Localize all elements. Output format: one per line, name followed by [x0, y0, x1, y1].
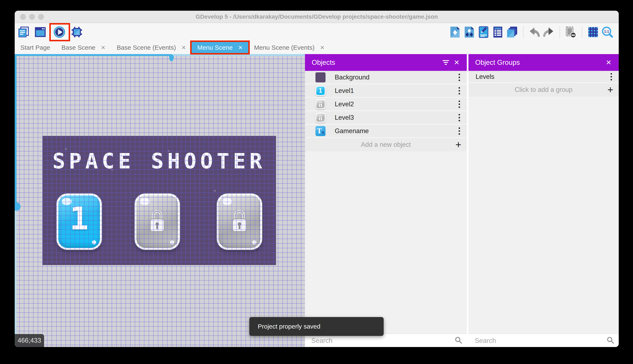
text-object-icon: Tx	[315, 126, 326, 136]
layers-icon[interactable]	[506, 26, 518, 38]
scene-canvas[interactable]: SPACE SHOOTER 1	[15, 54, 305, 347]
tab-label: Base Scene (Events)	[117, 44, 176, 51]
instances-list-icon[interactable]	[492, 26, 504, 38]
object-label: Level2	[335, 100, 354, 108]
panel-divider	[467, 54, 468, 347]
tab-label: Menu Scene (Events)	[254, 44, 314, 51]
group-label: Levels	[476, 73, 494, 80]
undo-icon[interactable]	[528, 26, 540, 38]
object-label: Background	[335, 74, 369, 81]
object-row-background[interactable]: Background	[305, 71, 467, 84]
toolbar: 1:1	[15, 23, 619, 41]
toolbar-right-group: 1:1	[449, 26, 619, 38]
tab-base-scene[interactable]: Base Scene ✕	[56, 41, 111, 54]
vertical-scrollbar-thumb[interactable]	[15, 202, 21, 211]
scene-preview[interactable]: SPACE SHOOTER 1	[42, 136, 276, 265]
play-icon[interactable]	[54, 26, 65, 38]
vertical-scrollbar[interactable]	[15, 54, 17, 347]
window-mask-icon[interactable]	[565, 26, 577, 38]
scene-window-icon[interactable]	[35, 26, 46, 38]
groups-panel-title: Object Groups	[475, 58, 603, 66]
kebab-menu-icon[interactable]	[457, 126, 461, 136]
tab-start-page[interactable]: Start Page	[15, 41, 56, 54]
object-groups-panel: Object Groups ✕ Levels Click to add a gr…	[468, 54, 619, 347]
level-1-button-icon: 1	[315, 86, 326, 96]
add-object-label: Add a new object	[361, 141, 411, 148]
close-icon[interactable]: ✕	[451, 57, 462, 68]
object-label: Level3	[335, 114, 354, 122]
object-row-level1[interactable]: 1 Level1	[305, 84, 467, 98]
objects-search-input[interactable]	[305, 334, 467, 347]
add-object-row[interactable]: Add a new object +	[305, 138, 467, 152]
redo-icon[interactable]	[543, 26, 554, 38]
lock-icon	[229, 207, 250, 234]
save-toast: Project properly saved	[249, 317, 384, 336]
kebab-menu-icon[interactable]	[609, 72, 613, 82]
kebab-menu-icon[interactable]	[457, 72, 461, 82]
tab-label: Base Scene	[62, 44, 96, 51]
add-object-icon[interactable]	[449, 26, 461, 38]
object-groups-icon[interactable]	[463, 26, 475, 38]
object-label: Gamename	[335, 127, 369, 135]
gdevelop-window: GDevelop 5 - /Users/dkarakay/Documents/G…	[15, 11, 619, 347]
main-area: SPACE SHOOTER 1	[15, 54, 619, 347]
edit-properties-icon[interactable]	[478, 26, 489, 38]
screenshot-stage: GDevelop 5 - /Users/dkarakay/Documents/G…	[0, 0, 633, 364]
objects-panel-header: Objects ✕	[305, 54, 467, 71]
zoom-1-1-icon[interactable]: 1:1	[601, 26, 613, 38]
level2-button-instance[interactable]	[135, 194, 180, 250]
title-bar: GDevelop 5 - /Users/dkarakay/Documents/G…	[15, 11, 619, 23]
groups-list: Levels Click to add a group +	[468, 71, 619, 96]
toolbar-separator	[582, 26, 582, 38]
tab-label: Start Page	[20, 44, 50, 51]
horizontal-scrollbar-thumb[interactable]	[169, 54, 174, 61]
objects-list: Background 1 Level1 Level2	[305, 71, 467, 152]
object-row-level3[interactable]: Level3	[305, 111, 467, 124]
scene-title-instance[interactable]: SPACE SHOOTER	[42, 149, 276, 174]
lock-icon	[146, 207, 168, 234]
object-row-gamename[interactable]: Tx Gamename	[305, 124, 467, 138]
tab-menu-scene-events[interactable]: Menu Scene (Events) ✕	[248, 41, 330, 54]
locked-button-icon	[315, 99, 326, 109]
toolbar-left-group	[15, 26, 83, 38]
tab-base-scene-events[interactable]: Base Scene (Events) ✕	[111, 41, 192, 54]
tab-close-icon[interactable]: ✕	[238, 45, 243, 50]
level1-number: 1	[58, 200, 100, 237]
group-row-levels[interactable]: Levels	[468, 71, 619, 83]
scene-stars	[42, 136, 43, 137]
kebab-menu-icon[interactable]	[457, 112, 461, 122]
groups-panel-header: Object Groups ✕	[468, 54, 619, 71]
object-row-level2[interactable]: Level2	[305, 98, 467, 111]
svg-text:1:1: 1:1	[604, 30, 609, 33]
toolbar-separator	[523, 26, 523, 38]
tab-close-icon[interactable]: ✕	[101, 45, 106, 50]
plus-icon[interactable]: +	[607, 85, 613, 95]
background-swatch-icon	[315, 72, 326, 82]
tab-bar: Start Page Base Scene ✕ Base Scene (Even…	[15, 41, 619, 54]
level1-button-instance[interactable]: 1	[57, 194, 102, 250]
add-group-label: Click to add a group	[515, 86, 572, 94]
object-label: Level1	[335, 87, 354, 94]
debug-icon[interactable]	[71, 26, 83, 38]
plus-icon[interactable]: +	[455, 140, 461, 150]
toolbar-separator	[559, 26, 560, 38]
cursor-coordinates: 466;433	[15, 334, 44, 347]
tab-label: Menu Scene	[197, 44, 232, 51]
objects-panel-title: Objects	[312, 58, 440, 66]
close-icon[interactable]: ✕	[603, 57, 614, 68]
add-group-row[interactable]: Click to add a group +	[468, 83, 619, 96]
level3-button-instance[interactable]	[217, 194, 262, 250]
project-manager-icon[interactable]	[18, 26, 30, 38]
locked-button-icon	[315, 112, 326, 123]
kebab-menu-icon[interactable]	[457, 99, 461, 109]
tab-close-icon[interactable]: ✕	[320, 45, 325, 50]
groups-search-input[interactable]	[468, 334, 619, 347]
window-title: GDevelop 5 - /Users/dkarakay/Documents/G…	[15, 11, 619, 23]
tab-close-icon[interactable]: ✕	[181, 45, 186, 50]
grid-icon[interactable]	[587, 26, 599, 38]
filter-icon[interactable]	[440, 57, 451, 68]
kebab-menu-icon[interactable]	[457, 86, 461, 96]
horizontal-scrollbar[interactable]	[15, 54, 305, 56]
tab-menu-scene[interactable]: Menu Scene ✕	[192, 41, 248, 54]
groups-search-row	[468, 334, 619, 347]
